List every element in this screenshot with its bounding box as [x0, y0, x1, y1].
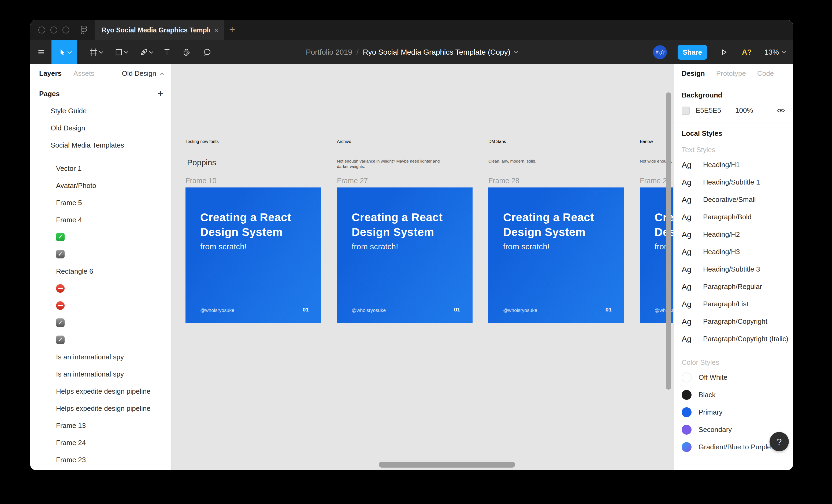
comment-tool-button[interactable]: [199, 40, 216, 64]
layer-row[interactable]: [30, 280, 171, 297]
layer-row[interactable]: [30, 297, 171, 314]
layer-row[interactable]: [30, 246, 171, 263]
layer-row[interactable]: [30, 314, 171, 331]
frame-label[interactable]: Frame 27: [337, 177, 368, 185]
tab-code[interactable]: Code: [757, 69, 774, 78]
avatar[interactable]: 亮介: [653, 45, 667, 59]
layer-row[interactable]: Helps expedite design pipeline: [30, 400, 171, 417]
layer-row[interactable]: Frame 4: [30, 211, 171, 228]
missing-fonts-indicator[interactable]: A?: [742, 48, 752, 56]
horizontal-scrollbar[interactable]: [379, 462, 515, 468]
new-tab-button[interactable]: +: [229, 24, 235, 35]
page-row[interactable]: Social Media Templates: [30, 137, 171, 154]
layer-row[interactable]: Rectangle 6: [30, 263, 171, 280]
add-page-button[interactable]: +: [158, 89, 163, 99]
font-column-note[interactable]: Not enough variance in weight? Maybe nee…: [337, 159, 447, 169]
help-button[interactable]: ?: [770, 432, 789, 451]
hamburger-icon: [37, 48, 46, 57]
font-column-title[interactable]: Barlow: [640, 139, 653, 144]
tab-assets[interactable]: Assets: [74, 69, 94, 78]
social-card-frame[interactable]: Creating a React Design System from scra…: [185, 188, 321, 323]
shape-tool-button[interactable]: [108, 40, 133, 64]
layer-row[interactable]: Frame 24: [30, 434, 171, 451]
color-style-row[interactable]: Primary: [674, 403, 793, 421]
text-style-row[interactable]: Ag Paragraph/Copyright: [674, 313, 793, 330]
text-tool-button[interactable]: [159, 40, 175, 64]
text-style-row[interactable]: Ag Decorative/Small: [674, 191, 793, 208]
card-title: Creating a React Design System: [503, 210, 594, 240]
frame-label[interactable]: Frame 28: [488, 177, 519, 185]
text-style-row[interactable]: Ag Heading/H2: [674, 226, 793, 243]
color-style-row[interactable]: Off White: [674, 369, 793, 386]
vertical-scrollbar[interactable]: [666, 92, 671, 390]
page-switcher[interactable]: Old Design: [122, 69, 163, 78]
color-style-row[interactable]: Black: [674, 386, 793, 403]
text-style-row[interactable]: Ag Heading/H3: [674, 243, 793, 260]
zoom-level-control[interactable]: 13%: [764, 48, 785, 56]
main-area: Layers Assets Old Design Pages + Style G…: [30, 64, 793, 470]
left-panel-tabs: Layers Assets Old Design: [30, 64, 171, 83]
layer-row[interactable]: [30, 331, 171, 348]
move-tool-button[interactable]: [51, 40, 77, 64]
social-card-frame[interactable]: Creating a React Design System from scra…: [337, 188, 472, 323]
text-style-row[interactable]: Ag Paragraph/Bold: [674, 208, 793, 226]
close-window-button[interactable]: [38, 27, 45, 33]
background-hex-value[interactable]: E5E5E5: [696, 106, 730, 115]
share-button[interactable]: Share: [678, 45, 707, 60]
text-style-row[interactable]: Ag Heading/H1: [674, 156, 793, 173]
layer-row[interactable]: Helps expedite design pipeline: [30, 383, 171, 400]
tab-design[interactable]: Design: [682, 69, 705, 78]
text-style-row[interactable]: Ag Heading/Subtitle 1: [674, 173, 793, 191]
style-name: Paragraph/Bold: [703, 213, 752, 221]
emoji-icon: [56, 336, 64, 344]
background-color-row: E5E5E5 100%: [674, 100, 793, 122]
layer-row[interactable]: Frame 13: [30, 417, 171, 434]
main-menu-button[interactable]: [33, 40, 50, 64]
page-row[interactable]: Old Design: [30, 119, 171, 137]
layer-row[interactable]: Is an international spy: [30, 348, 171, 366]
canvas[interactable]: Testing new fonts Poppins Frame 10 Creat…: [172, 64, 673, 470]
pen-tool-button[interactable]: [134, 40, 158, 64]
text-style-row[interactable]: Ag Paragraph/Regular: [674, 278, 793, 296]
zoom-window-button[interactable]: [62, 27, 70, 33]
layer-row[interactable]: Frame 23: [30, 451, 171, 468]
layer-row[interactable]: Vector 1: [30, 160, 171, 177]
background-color-swatch[interactable]: [682, 107, 690, 115]
font-column-title[interactable]: DM Sans: [488, 139, 506, 144]
style-name: Heading/Subtitle 1: [703, 178, 760, 187]
tab-close-icon[interactable]: ×: [214, 26, 219, 34]
layer-type-icon: [41, 387, 50, 396]
font-column-title[interactable]: Testing new fonts: [185, 139, 219, 144]
text-style-row[interactable]: Ag Heading/Subtitle 3: [674, 260, 793, 278]
present-button[interactable]: [720, 48, 728, 56]
text-style-row[interactable]: Ag Paragraph/List: [674, 296, 793, 313]
layer-type-icon: [41, 232, 50, 242]
font-column-note[interactable]: Clean, airy, modern, solid.: [488, 159, 598, 164]
tab-layers[interactable]: Layers: [39, 69, 62, 78]
file-tab[interactable]: Ryo Social Media Graphics Template... ×: [95, 20, 224, 40]
social-card-frame[interactable]: Creating a React Design System from scra…: [488, 188, 624, 323]
layer-row[interactable]: Is an international spy: [30, 366, 171, 383]
background-opacity-value[interactable]: 100%: [735, 106, 753, 115]
frame-tool-button[interactable]: [83, 40, 108, 64]
cursor-icon: [58, 48, 67, 56]
layer-row[interactable]: [30, 228, 171, 246]
font-column-subtitle[interactable]: Poppins: [187, 158, 216, 167]
text-style-row[interactable]: Ag Paragraph/Copyright (Italic): [674, 330, 793, 347]
hand-tool-button[interactable]: [178, 40, 196, 64]
color-swatch: [682, 372, 692, 383]
chevron-down-icon[interactable]: [514, 50, 518, 53]
layer-row[interactable]: Avatar/Photo: [30, 177, 171, 194]
visibility-toggle[interactable]: [777, 108, 785, 114]
layer-row[interactable]: Frame 5: [30, 194, 171, 211]
breadcrumb-file-name[interactable]: Ryo Social Media Graphics Template (Copy…: [363, 48, 510, 56]
font-column-title[interactable]: Archivo: [337, 139, 351, 144]
frame-label[interactable]: Frame 10: [185, 177, 216, 185]
page-row[interactable]: Style Guide: [30, 102, 171, 119]
minimize-window-button[interactable]: [50, 27, 57, 33]
layer-type-icon: [41, 215, 50, 224]
breadcrumb-project[interactable]: Portfolio 2019: [306, 48, 352, 56]
chevron-down-icon: [124, 49, 128, 54]
tab-prototype[interactable]: Prototype: [716, 69, 746, 78]
play-icon: [720, 48, 728, 56]
